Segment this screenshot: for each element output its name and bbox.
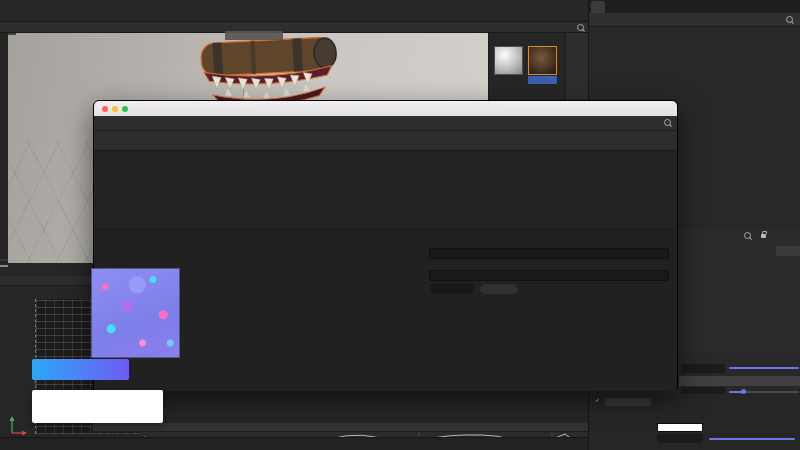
dialog-toolbar [94, 131, 677, 151]
minimize-icon[interactable] [112, 106, 118, 112]
maximize-icon[interactable] [122, 106, 128, 112]
uv-axis-gizmo [8, 413, 30, 437]
material-thumb-mimic[interactable] [528, 46, 557, 75]
close-icon[interactable] [102, 106, 108, 112]
object-tree [589, 27, 800, 111]
tab-takes[interactable] [607, 1, 621, 13]
find-input[interactable] [429, 248, 669, 259]
main-toolbar [0, 0, 588, 22]
uv-zoom-status [0, 437, 588, 450]
udim-support-badge [32, 390, 163, 423]
material-thumb-mat[interactable] [494, 46, 523, 75]
search-icon[interactable] [786, 16, 793, 23]
mimic-model[interactable] [190, 36, 350, 110]
color-layer-value[interactable] [681, 364, 725, 373]
uv-selection-status [93, 423, 588, 432]
full-path-select[interactable] [430, 284, 474, 294]
custom-mode-button[interactable] [776, 246, 800, 256]
asset-table-header[interactable] [94, 151, 677, 161]
reflection-color-swatch[interactable] [657, 423, 703, 432]
search-icon[interactable] [744, 232, 751, 239]
camera-label-pill[interactable] [225, 31, 283, 40]
material-tools [489, 33, 565, 37]
tab-objects[interactable] [591, 1, 605, 13]
cinema4d-badge [32, 359, 129, 380]
disabled-select[interactable] [605, 398, 651, 406]
viewport-menubar [0, 22, 588, 33]
color-layer-slider[interactable] [729, 367, 799, 369]
dialog-menubar [94, 116, 677, 131]
weight-slider[interactable] [709, 438, 795, 440]
lock-icon[interactable] [761, 234, 766, 238]
viewport-view-label[interactable] [8, 33, 16, 35]
move-tool-label [0, 259, 8, 261]
material-name-mimic[interactable] [528, 76, 557, 84]
object-manager-menubar [589, 13, 800, 27]
enable-check[interactable]: ✓ [595, 396, 600, 403]
material-name-mat[interactable] [494, 76, 523, 84]
normal-map-preview [91, 268, 180, 358]
reflection-section: ✓ [589, 394, 800, 450]
brdf-select[interactable] [679, 376, 800, 386]
project-asset-inspector-dialog [93, 100, 678, 390]
app-window: ✓ [0, 0, 800, 450]
replace-button[interactable] [480, 284, 518, 294]
weight-value[interactable] [657, 434, 703, 443]
search-icon[interactable] [577, 24, 584, 31]
replace-input[interactable] [429, 270, 669, 281]
view-transform-label [0, 265, 8, 267]
dialog-titlebar[interactable] [94, 101, 677, 116]
window-controls [102, 106, 128, 112]
object-manager-tabs [589, 0, 800, 13]
attribute-nav [729, 232, 766, 239]
material-manager-menubar [562, 24, 584, 31]
search-icon[interactable] [664, 119, 671, 126]
